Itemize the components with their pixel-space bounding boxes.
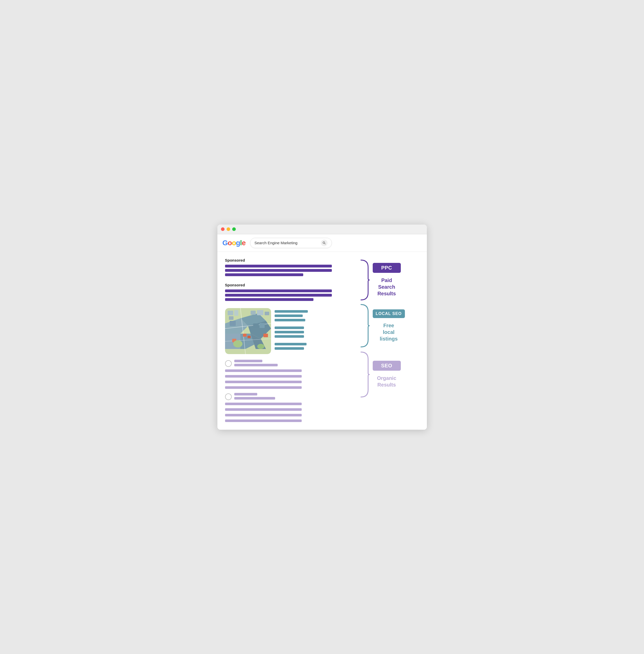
local-brace-group: LOCAL SEO Freelocallistings	[361, 302, 405, 347]
svg-rect-16	[257, 310, 263, 315]
sponsored-label-1: Sponsored	[225, 258, 355, 262]
ad-bar	[225, 290, 332, 292]
organic-bar	[225, 369, 302, 372]
ad-bar	[225, 269, 332, 272]
ppc-brace	[361, 260, 370, 300]
seo-badge: SEO	[373, 361, 401, 371]
svg-rect-25	[263, 334, 268, 337]
map-row	[225, 308, 355, 354]
sponsored-label-2: Sponsored	[225, 283, 355, 287]
svg-rect-21	[259, 323, 264, 328]
svg-rect-20	[253, 323, 259, 328]
organic-lines-1	[234, 360, 278, 366]
google-logo: Google	[223, 239, 246, 247]
svg-line-1	[325, 243, 326, 244]
organic-bar	[225, 386, 302, 389]
organic-bar	[225, 408, 302, 411]
organic-bar	[234, 393, 257, 396]
ad-bar	[225, 273, 303, 276]
svg-rect-22	[243, 334, 247, 337]
ppc-label-group: PPC PaidSearchResults	[373, 263, 401, 297]
seo-brace-group: SEO OrganicResults	[361, 349, 401, 398]
search-input: Search Engine Marketing	[254, 241, 318, 245]
favicon-circle-1	[225, 360, 232, 367]
map-image	[225, 308, 271, 354]
ad-bar	[225, 298, 314, 301]
organic-bar	[225, 414, 302, 416]
ppc-results-section: Sponsored Sponsored	[225, 258, 355, 307]
local-text-bar	[275, 347, 304, 350]
ad-bar	[225, 294, 332, 297]
browser-titlebar	[217, 225, 427, 234]
organic-result-2	[225, 393, 355, 400]
seo-brace	[361, 352, 370, 398]
organic-body-1	[225, 369, 355, 389]
ppc-brace-group: PPC PaidSearchResults	[361, 258, 401, 300]
local-text-bar	[275, 335, 304, 338]
organic-result-1	[225, 360, 355, 367]
favicon-circle-2	[225, 393, 232, 400]
local-text-bar	[275, 319, 305, 321]
organic-bar	[234, 397, 275, 400]
svg-rect-19	[237, 321, 242, 326]
organic-bar	[225, 375, 302, 378]
svg-rect-23	[248, 336, 251, 338]
svg-rect-14	[229, 316, 233, 320]
local-text-bar	[275, 310, 308, 313]
local-text-bar	[275, 331, 304, 333]
organic-bar	[234, 360, 262, 362]
organic-body-2	[225, 403, 355, 422]
svg-point-26	[233, 340, 243, 347]
seo-label-group: SEO OrganicResults	[373, 361, 401, 388]
ppc-description: PaidSearchResults	[377, 277, 396, 297]
organic-seo-section	[225, 359, 355, 422]
organic-bar	[225, 381, 302, 383]
browser-toolbar: Google Search Engine Marketing	[217, 234, 427, 252]
local-text-bar	[275, 326, 304, 329]
organic-lines-2	[234, 393, 275, 400]
local-seo-description: Freelocallistings	[380, 322, 398, 342]
map-text-lines	[275, 308, 308, 350]
maximize-button[interactable]	[232, 227, 236, 231]
braces-labels-column: PPC PaidSearchResults LOCAL SEO Freeloca…	[361, 258, 419, 422]
organic-bar	[225, 403, 302, 405]
browser-content: Sponsored Sponsored	[217, 252, 427, 430]
svg-point-0	[323, 242, 325, 244]
svg-rect-13	[234, 310, 238, 316]
svg-point-27	[257, 344, 264, 349]
seo-description: OrganicResults	[377, 375, 396, 388]
local-seo-badge: LOCAL SEO	[373, 309, 405, 318]
ppc-badge: PPC	[373, 263, 401, 273]
search-bar[interactable]: Search Engine Marketing	[250, 238, 332, 248]
close-button[interactable]	[221, 227, 225, 231]
ad-bar	[225, 265, 332, 268]
minimize-button[interactable]	[227, 227, 230, 231]
svg-rect-18	[230, 321, 236, 326]
svg-rect-17	[264, 312, 269, 315]
organic-bar	[225, 420, 302, 422]
local-brace	[361, 304, 370, 347]
results-column: Sponsored Sponsored	[225, 258, 355, 422]
local-text-bar	[275, 315, 303, 317]
local-label-group: LOCAL SEO Freelocallistings	[373, 309, 405, 342]
search-icon[interactable]	[321, 240, 327, 246]
svg-rect-12	[228, 311, 233, 315]
local-text-bar	[275, 343, 306, 345]
browser-window: Google Search Engine Marketing Sponsored	[217, 225, 427, 430]
local-seo-section	[225, 307, 355, 359]
svg-rect-15	[251, 311, 256, 315]
organic-bar	[234, 364, 278, 366]
